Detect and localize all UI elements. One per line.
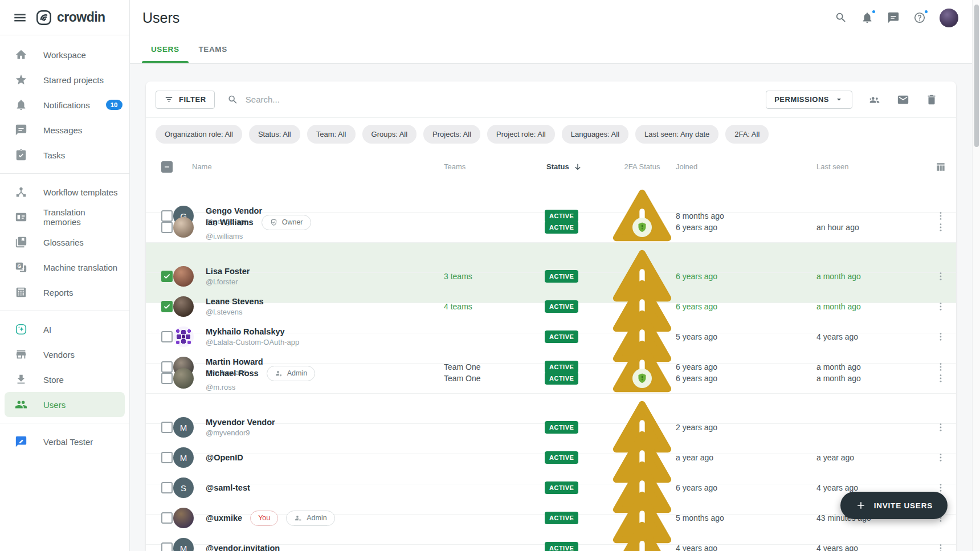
row-checkbox[interactable] [161,542,173,551]
notifications-bell-icon[interactable] [861,11,873,24]
row-checkbox[interactable] [161,361,173,373]
sidebar-item-ai[interactable]: AI [0,317,129,342]
filter-button[interactable]: FILTER [156,91,215,109]
sidebar-item-starred-projects[interactable]: Starred projects [0,67,129,92]
row-menu-button[interactable] [935,271,946,282]
user-name[interactable]: Mykhailo Rohalskyy [206,327,285,336]
sidebar-item-label: Machine translation [43,263,117,272]
filter-chip[interactable]: 2FA: All [725,125,769,144]
sidebar-item-vendors[interactable]: Vendors [0,342,129,367]
select-all-checkbox[interactable] [161,161,173,173]
crowdin-logo[interactable]: crowdin [35,9,105,26]
user-name[interactable]: @vendor.invitation [206,544,280,551]
topbar-icons [835,9,958,27]
configure-columns-icon[interactable] [935,161,946,173]
joined-cell: 6 years ago [676,272,816,281]
status-badge: ACTIVE [545,330,578,343]
row-checkbox[interactable] [161,512,173,524]
permissions-dropdown[interactable]: PERMISSIONS [766,91,852,109]
filter-chip[interactable]: Groups: All [362,125,417,144]
hamburger-menu-icon[interactable] [13,10,27,25]
table-row[interactable]: Lisa Foster@l.forster 3 teams ACTIVE 6 y… [146,243,956,273]
sidebar-item-machine-translation[interactable]: G Machine translation [0,255,129,280]
column-header-joined[interactable]: Joined [676,162,816,171]
row-checkbox[interactable] [161,222,173,233]
filter-chip[interactable]: Organization role: All [156,125,242,144]
row-menu-button[interactable] [935,452,946,463]
row-checkbox[interactable] [161,331,173,342]
add-to-team-icon[interactable] [868,93,881,106]
send-email-icon[interactable] [897,93,909,106]
teams-cell[interactable]: 3 teams [444,272,545,281]
sidebar-item-store[interactable]: Store [0,367,129,392]
people-icon [15,398,27,411]
column-header-2fa[interactable]: 2FA Status [624,162,660,171]
sidebar-item-reports[interactable]: Reports [0,280,129,305]
user-name[interactable]: Lisa Foster [206,267,250,276]
filter-chip[interactable]: Team: All [307,125,356,144]
column-header-name[interactable]: Name [173,162,444,171]
messages-icon[interactable] [887,11,900,24]
filter-chip[interactable]: Last seen: Any date [635,125,718,144]
row-checkbox[interactable] [161,373,173,384]
row-menu-button[interactable] [935,331,946,342]
table-row[interactable]: MMyvendor Vendor@myvendor9 ACTIVE 2 year… [146,394,956,424]
joined-cell: 6 years ago [676,362,816,372]
2fa-enabled-shield-icon [632,218,652,237]
sidebar-item-users[interactable]: Users [5,392,125,417]
row-checkbox[interactable] [161,210,173,222]
user-name[interactable]: @saml-test [206,483,250,492]
search-input[interactable] [246,95,753,104]
avatar [173,326,194,347]
row-menu-button[interactable] [935,210,946,222]
sidebar-item-translation-memories[interactable]: Translation memories [0,205,129,230]
row-checkbox[interactable] [161,482,173,493]
scrollbar-thumb[interactable] [974,5,979,147]
row-menu-button[interactable] [935,222,946,233]
user-avatar[interactable] [940,9,958,27]
teams-cell[interactable]: 4 teams [444,302,545,311]
filter-chip[interactable]: Projects: All [423,125,480,144]
search-icon[interactable] [835,11,847,24]
column-header-status[interactable]: Status [545,162,609,172]
row-checkbox[interactable] [161,301,173,312]
column-header-last-seen[interactable]: Last seen [816,162,925,171]
filter-chip[interactable]: Status: All [249,125,300,144]
filter-chip[interactable]: Languages: All [562,125,628,144]
row-menu-button[interactable] [935,373,946,384]
row-checkbox[interactable] [161,422,173,433]
user-name[interactable]: @uxmike [206,513,242,523]
row-menu-button[interactable] [935,542,946,551]
teams-cell: Team One [444,374,545,383]
invite-users-button[interactable]: INVITE USERS [840,492,948,519]
status-badge: ACTIVE [545,361,578,373]
sidebar-item-workspace[interactable]: Workspace [0,42,129,67]
delete-icon[interactable] [925,93,938,106]
column-header-teams[interactable]: Teams [444,162,545,171]
row-checkbox[interactable] [161,452,173,463]
tab-users[interactable]: USERS [142,35,189,63]
crowdin-logo-text: crowdin [57,10,105,25]
sidebar-item-messages[interactable]: Messages [0,117,129,142]
row-menu-button[interactable] [935,422,946,433]
user-name[interactable]: @OpenID [206,453,243,462]
sidebar-item-notifications[interactable]: Notifications 10 [0,92,129,117]
sidebar-item-verbal-tester[interactable]: Verbal Tester [0,429,129,454]
filter-chip[interactable]: Project role: All [487,125,555,144]
page-scrollbar[interactable] [972,0,980,551]
row-checkbox[interactable] [161,271,173,282]
row-menu-button[interactable] [935,301,946,312]
user-name[interactable]: Leane Stevens [206,297,264,306]
user-name[interactable]: Michael Ross [206,369,259,378]
tab-teams[interactable]: TEAMS [190,35,236,63]
user-name[interactable]: Ian Williams [206,218,254,227]
table-row[interactable]: GGengo Vendor@gengo-api ACTIVE 8 months … [146,182,956,213]
2fa-warning-icon [609,515,676,551]
help-icon[interactable] [913,11,926,24]
joined-cell: 5 years ago [676,332,816,341]
sidebar-item-workflow-templates[interactable]: Workflow templates [0,179,129,205]
sidebar-item-tasks[interactable]: Tasks [0,142,129,168]
user-name[interactable]: Myvendor Vendor [206,418,275,427]
sidebar-item-glossaries[interactable]: Glossaries [0,230,129,255]
row-menu-button[interactable] [935,361,946,373]
